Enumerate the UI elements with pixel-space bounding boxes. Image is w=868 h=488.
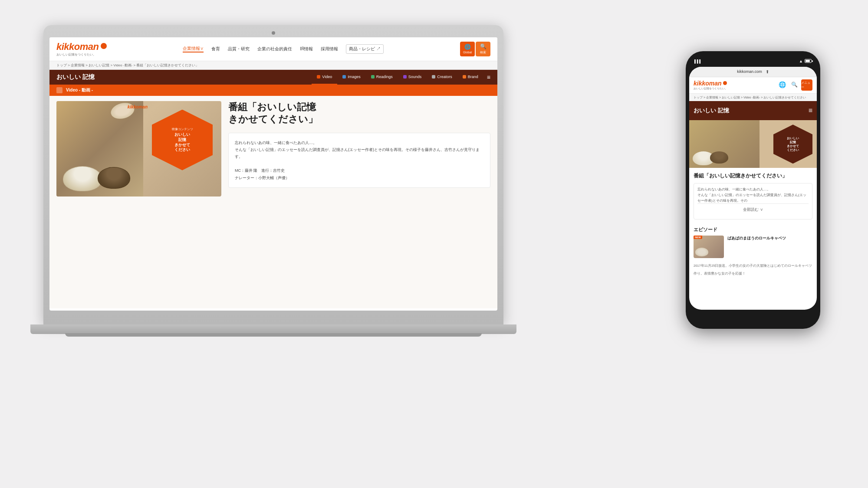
readings-dot xyxy=(371,75,375,79)
phone-episode-card[interactable]: NEW ばあばのまほうのロールキャベツ xyxy=(694,236,812,258)
creators-dot xyxy=(432,75,435,79)
phone-url-text[interactable]: kikkoman.com xyxy=(737,69,762,74)
sub-nav-creators-label: Creators xyxy=(437,75,452,79)
phone-search-button[interactable]: 🔍 xyxy=(789,79,799,90)
hero-kikkoman-logo: kikkoman xyxy=(128,105,148,109)
description-text: 忘れられないあの味、一緒に食べたあの人…。 そんな「おいしい記憶」のエッセーを読… xyxy=(235,141,480,180)
content-description: 忘れられないあの味、一緒に食べたあの人…。 そんな「おいしい記憶」のエッセーを読… xyxy=(228,133,490,188)
phone-episode-section-title: エピソード xyxy=(694,223,812,236)
food-background xyxy=(56,101,143,197)
phone-url-bar: kikkoman.com ⬆ xyxy=(689,67,817,77)
plate xyxy=(109,101,136,121)
phone-episode-info: ばあばのまほうのロールキャベツ xyxy=(727,236,812,241)
sub-nav: おいしい 記憶 Video Images Readings xyxy=(49,70,497,85)
site-logo: kikkoman おいしい記憶をつくりたい。 xyxy=(56,41,107,57)
battery-fill xyxy=(806,60,810,62)
sub-nav-brand[interactable]: Brand xyxy=(457,70,483,85)
section-bar-icon xyxy=(56,87,62,93)
laptop-screen: ▶ 工場見学 ▶ ニュースリリース ▶ 食文化研究 kikkoman おいしい記… xyxy=(49,37,497,311)
hero-overlay: 映像コンテンツ おいしい記憶きかせてください xyxy=(152,110,213,170)
phone-header-icons: 🌐 🔍 メニュー xyxy=(777,79,812,91)
sub-nav-video-label: Video xyxy=(322,75,332,79)
phone-breadcrumb: トップ > 企業情報 > おいしい記憶 > Video -動画- > おいしい記… xyxy=(689,94,817,102)
phone-episode-desc-text: 2017年11月25日放送。小学生の女の子の大冒険とはじめてのロールキャベツ作り… xyxy=(694,264,812,275)
phone-device: ▌▌▌ ▲ kikkoman.com ⬆ xyxy=(686,51,820,329)
phone-logo-tagline: おいしい記憶をつくりたい。 xyxy=(694,87,727,91)
section-bar-text: Video - 動画 - xyxy=(66,87,93,93)
sub-nav-video[interactable]: Video xyxy=(312,70,337,85)
sub-nav-logo: おいしい 記憶 xyxy=(56,73,95,81)
global-button[interactable]: 🌐 Global xyxy=(460,42,475,56)
phone-status-bar: ▌▌▌ ▲ xyxy=(689,57,817,65)
sub-nav-brand-label: Brand xyxy=(468,75,478,79)
phone-description-text: 忘れられないあの味、一緒に食べたあの人…。 そんな「おいしい記憶」のエッセーを読… xyxy=(697,187,806,203)
nav-corporate[interactable]: 企業情報∨ xyxy=(183,46,204,52)
phone-hero-overlay: おいしい記憶きかせてください xyxy=(773,124,812,164)
phone-menu-button[interactable]: メニュー xyxy=(801,79,812,91)
site-header: kikkoman おいしい記憶をつくりたい。 企業情報∨ 食育 品質・研究 企業… xyxy=(49,37,497,61)
phone-sub-logo: おいしい 記憶 xyxy=(694,107,729,115)
phone-hamburger-icon[interactable]: ≡ xyxy=(809,107,812,115)
phone-description-box: 忘れられないあの味、一緒に食べたあの人…。 そんな「おいしい記憶」のエッセーを読… xyxy=(694,183,812,219)
logo-text: kikkoman xyxy=(56,41,99,52)
video-dot xyxy=(317,75,320,79)
site-nav: 企業情報∨ 食育 品質・研究 企業の社会的責任 IR情報 採用情報 商品・レシピ… xyxy=(183,44,384,54)
soup-bowl xyxy=(98,167,130,189)
logo-icon xyxy=(101,43,107,49)
phone-site-header: kikkoman おいしい記憶をつくりたい。 🌐 🔍 メニュー xyxy=(689,77,817,94)
sub-nav-sounds-label: Sounds xyxy=(408,75,422,79)
main-content: kikkoman 映像コンテンツ おいしい記憶きかせてください 番組「おいしい記… xyxy=(49,96,497,308)
phone-page-title: 番組「おいしい記憶きかせてください」 xyxy=(694,172,812,180)
logo-tagline: おいしい記憶をつくりたい。 xyxy=(56,52,96,57)
phone-episode-title-text: ばあばのまほうのロールキャベツ xyxy=(727,236,812,241)
phone-screen: kikkoman.com ⬆ kikkoman おいしい記憶をつくりたい。 🌐 xyxy=(689,67,817,310)
sub-nav-items: Video Images Readings Sounds xyxy=(312,70,483,85)
hamburger-icon[interactable]: ≡ xyxy=(487,74,490,81)
breadcrumb-text: トップ > 企業情報 > おいしい記憶 > Video -動画- > 番組「おい… xyxy=(56,63,199,67)
sub-nav-readings[interactable]: Readings xyxy=(366,70,398,85)
phone-sub-nav: おいしい 記憶 ≡ xyxy=(689,101,817,120)
scene: ▶ 工場見学 ▶ ニュースリリース ▶ 食文化研究 kikkoman おいしい記… xyxy=(22,16,846,472)
read-more-button[interactable]: 全部読む ∨ xyxy=(697,203,809,215)
phone-hero-food xyxy=(689,120,760,168)
laptop-device: ▶ 工場見学 ▶ ニュースリリース ▶ 食文化研究 kikkoman おいしい記… xyxy=(43,25,521,459)
right-content: 番組「おいしい記憶きかせてください」 忘れられないあの味、一緒に食べたあの人…。… xyxy=(228,101,490,303)
sub-nav-creators[interactable]: Creators xyxy=(427,70,457,85)
nav-products[interactable]: 商品・レシピ ↗ xyxy=(346,44,384,54)
sub-nav-readings-label: Readings xyxy=(376,75,393,79)
share-icon[interactable]: ⬆ xyxy=(766,69,769,74)
nav-ir[interactable]: IR情報 xyxy=(300,46,313,52)
thumb-bowl xyxy=(695,248,708,256)
hero-image: kikkoman 映像コンテンツ おいしい記憶きかせてください xyxy=(56,101,221,197)
sounds-dot xyxy=(403,75,407,79)
images-dot xyxy=(342,75,346,79)
phone-logo-area: kikkoman おいしい記憶をつくりたい。 xyxy=(694,80,727,91)
new-badge: NEW xyxy=(694,236,702,239)
laptop-frame: ▶ 工場見学 ▶ ニュースリリース ▶ 食文化研究 kikkoman おいしい記… xyxy=(43,25,503,324)
phone-frame: ▌▌▌ ▲ kikkoman.com ⬆ xyxy=(686,51,820,329)
nav-food-education[interactable]: 食育 xyxy=(211,46,220,52)
nav-csr[interactable]: 企業の社会的責任 xyxy=(257,46,292,52)
brand-dot xyxy=(463,75,466,79)
page-title: 番組「おいしい記憶きかせてください」 xyxy=(228,101,490,126)
laptop-camera xyxy=(272,31,275,35)
search-button[interactable]: 🔍 検索 xyxy=(476,42,490,56)
wifi-icon: ▲ xyxy=(799,59,803,63)
sub-nav-images[interactable]: Images xyxy=(337,70,366,85)
nav-quality[interactable]: 品質・研究 xyxy=(228,46,250,52)
laptop-base xyxy=(30,324,516,334)
breadcrumb: トップ > 企業情報 > おいしい記憶 > Video -動画- > 番組「おい… xyxy=(49,61,497,70)
phone-main-content: 番組「おいしい記憶きかせてください」 忘れられないあの味、一緒に食べたあの人…。… xyxy=(689,168,817,281)
hero-overlay-text: おいしい記憶きかせてください xyxy=(174,132,190,153)
phone-globe-button[interactable]: 🌐 xyxy=(777,79,787,90)
hero-overlay-title: 映像コンテンツ xyxy=(172,127,193,131)
battery-icon xyxy=(805,59,812,63)
phone-episode-description: 2017年11月25日放送。小学生の女の子の大冒険とはじめてのロールキャベツ作り… xyxy=(694,261,812,276)
phone-status-icons: ▲ xyxy=(799,59,812,63)
section-bar: Video - 動画 - xyxy=(49,85,497,96)
nav-recruit[interactable]: 採用情報 xyxy=(321,46,338,52)
phone-episode-thumbnail: NEW xyxy=(694,236,724,258)
sub-nav-sounds[interactable]: Sounds xyxy=(398,70,427,85)
laptop-foot xyxy=(65,333,482,337)
sub-nav-images-label: Images xyxy=(348,75,361,79)
